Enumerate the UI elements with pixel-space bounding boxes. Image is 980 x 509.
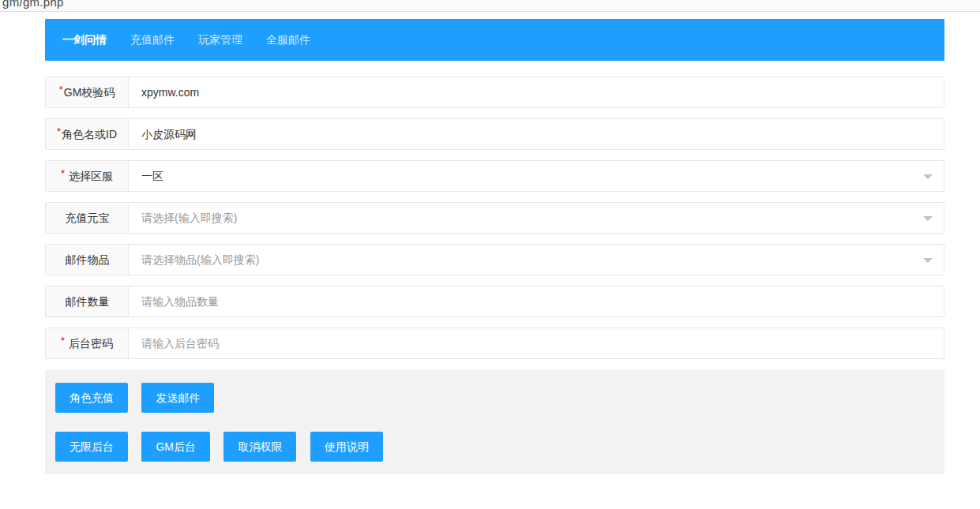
mail-quantity-label: 邮件数量	[46, 286, 129, 316]
usage-guide-button[interactable]: 使用说明	[310, 432, 383, 462]
form-row-mail-item-select: 邮件物品	[45, 244, 944, 275]
gm-backend-button[interactable]: GM后台	[141, 432, 210, 462]
role-name-label: *角色名或ID	[46, 119, 129, 149]
unlimited-backend-button[interactable]: 无限后台	[55, 432, 128, 462]
yuanbao-select[interactable]	[130, 203, 944, 233]
backend-password-label: * 后台密码	[46, 328, 129, 358]
server-select-label: * 选择区服	[46, 161, 129, 191]
required-asterisk: *	[61, 167, 65, 179]
gm-form: *GM校验码 *角色名或ID * 选择区服 充值元宝	[45, 77, 944, 359]
server-select-label-text: 选择区服	[66, 170, 113, 182]
form-row-yuanbao-select: 充值元宝	[45, 202, 944, 234]
yuanbao-label: 充值元宝	[46, 203, 129, 233]
tab-yijian-wenqing[interactable]: 一剑问情	[51, 19, 118, 61]
required-asterisk: *	[59, 84, 63, 95]
required-asterisk: *	[57, 125, 61, 137]
cancel-permission-button[interactable]: 取消权限	[223, 432, 296, 462]
required-asterisk: *	[61, 335, 65, 346]
backend-password-label-text: 后台密码	[66, 337, 113, 350]
form-row-gm-code: *GM校验码	[45, 77, 944, 108]
role-recharge-button[interactable]: 角色充值	[55, 383, 128, 413]
form-row-mail-quantity: 邮件数量	[45, 286, 944, 317]
chevron-down-icon[interactable]	[923, 258, 933, 263]
tab-player-management[interactable]: 玩家管理	[186, 19, 254, 61]
mail-item-select[interactable]	[130, 245, 944, 275]
mail-item-label-text: 邮件物品	[66, 253, 110, 266]
gm-panel: 一剑问情 充值邮件 玩家管理 全服邮件 *GM校验码 *角色名或ID * 选择区…	[45, 19, 944, 474]
send-mail-button[interactable]: 发送邮件	[141, 383, 214, 413]
browser-chrome: gm/gm.php	[0, 0, 980, 12]
role-name-input[interactable]	[130, 119, 944, 149]
tab-recharge-mail[interactable]: 充值邮件	[118, 19, 186, 61]
form-row-role-name: *角色名或ID	[45, 118, 944, 150]
chevron-down-icon[interactable]	[923, 174, 933, 179]
secondary-action-row: 无限后台 GM后台 取消权限 使用说明	[55, 432, 934, 462]
form-row-backend-password: * 后台密码	[45, 327, 944, 359]
server-select[interactable]	[130, 161, 944, 191]
action-panel: 角色充值 发送邮件 无限后台 GM后台 取消权限 使用说明	[45, 369, 944, 474]
gm-code-input[interactable]	[130, 77, 944, 107]
gm-code-label-text: GM校验码	[64, 86, 115, 99]
gm-code-label: *GM校验码	[46, 77, 129, 107]
yuanbao-label-text: 充值元宝	[66, 211, 110, 224]
browser-tab-title: gm/gm.php	[2, 0, 64, 9]
role-name-label-text: 角色名或ID	[62, 128, 117, 140]
mail-item-label: 邮件物品	[46, 245, 129, 275]
backend-password-input[interactable]	[130, 328, 944, 358]
chevron-down-icon[interactable]	[923, 216, 933, 221]
primary-action-row: 角色充值 发送邮件	[55, 383, 934, 413]
form-row-server-select: * 选择区服	[45, 160, 944, 192]
tab-all-server-mail[interactable]: 全服邮件	[254, 19, 322, 61]
mail-quantity-input[interactable]	[130, 286, 944, 316]
tab-bar: 一剑问情 充值邮件 玩家管理 全服邮件	[45, 19, 944, 61]
mail-quantity-label-text: 邮件数量	[66, 295, 110, 308]
